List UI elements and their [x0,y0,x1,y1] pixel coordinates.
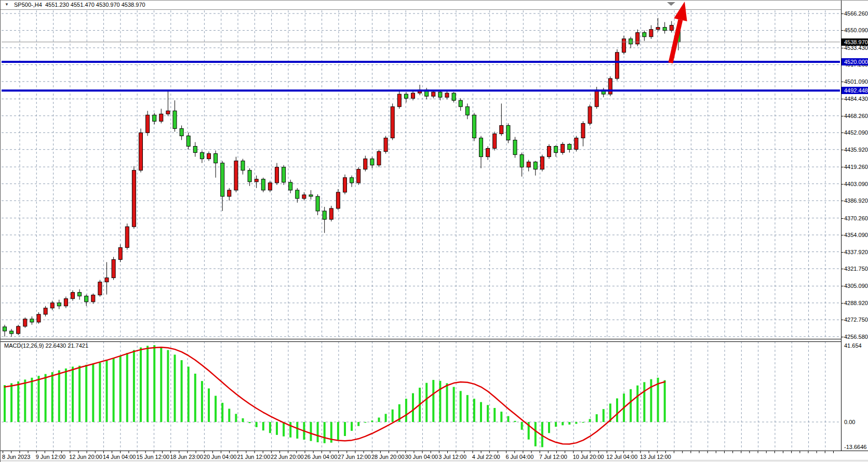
hline-price-label: 4492.448 [842,87,868,94]
candle-body [649,30,653,37]
candle-body [533,162,537,169]
candle-body [10,331,14,334]
axis-tick [842,286,844,286]
macd-histogram-bar [92,364,94,422]
candle-body [500,125,503,134]
macd-histogram-bar [616,399,618,422]
time-tick-label: 6 Jul 04:00 [505,454,533,460]
chart-title: SP500-,H4 4551.230 4551.470 4530.970 453… [14,2,145,8]
candle-body [159,114,163,121]
candle-body [357,169,360,183]
axis-tick [842,252,844,253]
axis-tick [842,320,844,320]
candle-body [316,196,319,211]
candle-body [44,308,47,314]
symbol-period-label: SP500-,H4 [14,2,42,8]
macd-histogram-bar [24,379,26,422]
macd-histogram-bar [113,359,115,422]
time-axis[interactable]: 8 Jun 20239 Jun 12:0012 Jun 20:0014 Jun … [1,451,868,460]
time-tick-label: 7 Jul 12:00 [539,454,567,460]
candle-body [513,140,517,154]
candle-body [125,227,129,247]
macd-histogram-bar [480,402,482,422]
candle-body [261,179,265,190]
macd-histogram-bar [126,353,128,422]
symbol-dropdown-icon[interactable]: ▼ [5,2,9,7]
macd-histogram-bar [45,374,47,422]
time-tick-label: 13 Jul 12:00 [640,454,671,460]
macd-indicator-area[interactable] [1,341,841,451]
window-bottom-edge [1,460,868,462]
macd-histogram-bar [310,422,312,441]
macd-histogram-bar [153,345,155,422]
candle-body [540,157,544,169]
macd-histogram-bar [582,422,584,423]
price-axis[interactable]: 4566.2604550.0904533.4304517.2604501.090… [841,1,868,451]
candle-body [350,178,354,183]
macd-histogram-bar [650,379,652,422]
candle-body [200,153,204,159]
candle-body [255,179,258,182]
macd-histogram-bar [473,399,475,422]
time-tick-label: 18 Jun 23:00 [170,454,203,460]
candle-body [343,178,347,192]
macd-histogram-bar [188,367,190,423]
macd-histogram-bar [412,393,414,422]
macd-histogram-bar [351,422,353,431]
axis-tick [842,184,844,184]
candle-body [663,28,666,31]
candle-body [23,319,27,326]
macd-histogram-bar [487,405,489,422]
candlestick-chart-area[interactable] [1,9,841,341]
panel-separator[interactable] [1,339,841,342]
candle-body [479,138,483,156]
candle-body [50,303,54,308]
price-tick-label: 4566.260 [844,10,868,17]
candle-body [581,123,585,138]
macd-histogram-bar [432,380,434,422]
candle-body [595,90,598,107]
macd-histogram-bar [133,350,135,422]
macd-histogram-bar [568,422,570,425]
macd-tick-label: -13.6646 [844,443,866,451]
axis-tick [842,303,844,303]
macd-histogram-bar [405,399,407,422]
candle-body [404,94,408,98]
macd-histogram-bar [344,422,346,436]
time-tick-label: 12 Jul 04:00 [606,454,637,460]
candle-body [71,293,75,299]
candle-body [397,94,401,107]
macd-histogram-bar [378,417,380,422]
price-tick-label: 4256.580 [844,333,868,340]
candle-body [241,161,245,170]
time-tick-label: 21 Jun 12:00 [237,454,270,460]
candle-body [636,33,639,44]
macd-histogram-bar [4,385,6,422]
candle-body [180,128,183,136]
macd-histogram-bar [201,381,203,422]
macd-histogram-bar [324,422,326,443]
time-tick-label: 27 Jun 12:00 [338,454,371,460]
candle-body [139,133,143,170]
price-tick-label: 4501.090 [844,78,868,85]
macd-histogram-bar [17,381,19,422]
candle-body [629,39,633,44]
time-tick-label: 9 Jun 12:00 [36,454,66,460]
macd-histogram-bar [85,365,87,422]
macd-histogram-bar [140,348,142,422]
price-tick-label: 4354.090 [844,231,868,239]
candle-body [228,190,231,196]
macd-histogram-bar [371,420,373,422]
candle-body [186,136,190,146]
candle-body [391,107,394,138]
candle-body [193,147,197,153]
price-tick-label: 4321.750 [844,265,868,272]
candle-body [17,326,20,334]
macd-histogram-bar [548,422,550,433]
macd-histogram-bar [269,422,271,433]
axis-tick [842,48,844,48]
candle-body [554,147,558,153]
macd-histogram-bar [596,414,598,422]
macd-histogram-bar [221,403,223,422]
candle-body [561,144,565,153]
